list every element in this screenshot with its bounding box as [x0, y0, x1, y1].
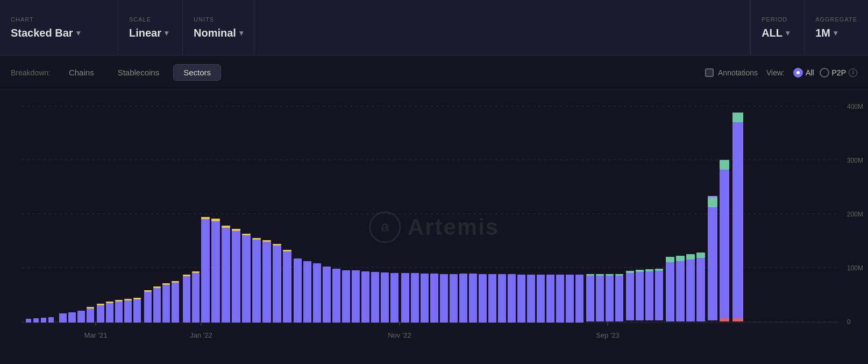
toolbar-spacer — [254, 0, 750, 55]
svg-rect-13 — [41, 318, 46, 323]
svg-rect-24 — [115, 302, 123, 323]
breakdown-sectors[interactable]: Sectors — [173, 64, 221, 81]
chart-value[interactable]: Stacked Bar ▾ — [11, 27, 107, 39]
svg-text:400M: 400M — [847, 103, 863, 110]
svg-rect-72 — [411, 273, 419, 323]
svg-rect-83 — [517, 275, 525, 323]
svg-rect-36 — [172, 283, 179, 323]
svg-rect-79 — [479, 274, 487, 323]
svg-rect-60 — [294, 258, 302, 323]
svg-rect-87 — [556, 275, 564, 323]
view-all-option[interactable]: All — [793, 68, 814, 78]
svg-rect-31 — [144, 290, 152, 292]
svg-rect-71 — [401, 273, 409, 323]
period-chevron: ▾ — [786, 29, 789, 37]
svg-rect-76 — [450, 274, 458, 323]
svg-rect-50 — [242, 235, 251, 323]
svg-rect-46 — [222, 228, 230, 323]
svg-text:Nov '22: Nov '22 — [388, 331, 411, 339]
annotations-toggle[interactable]: Annotations — [705, 68, 758, 77]
svg-rect-69 — [381, 272, 389, 323]
svg-rect-18 — [87, 309, 94, 323]
svg-rect-61 — [303, 261, 311, 323]
period-value[interactable]: ALL ▾ — [762, 27, 793, 39]
view-label: View: — [766, 68, 785, 77]
view-p2p-option[interactable]: P2P i — [820, 68, 857, 78]
period-selector[interactable]: PERIOD ALL ▾ — [750, 0, 804, 55]
breakdown-right: Annotations View: All P2P i — [705, 68, 857, 78]
svg-rect-25 — [115, 300, 123, 302]
svg-rect-58 — [283, 251, 291, 323]
svg-rect-106 — [666, 262, 674, 321]
aggregate-value[interactable]: 1M ▾ — [815, 27, 857, 39]
scale-value[interactable]: Linear ▾ — [129, 27, 172, 39]
svg-rect-56 — [273, 246, 281, 323]
svg-rect-38 — [183, 276, 190, 323]
scale-label: SCALE — [129, 16, 172, 23]
svg-rect-19 — [87, 307, 94, 309]
svg-text:0: 0 — [847, 318, 851, 326]
svg-rect-114 — [708, 207, 717, 320]
svg-rect-16 — [68, 312, 76, 323]
svg-rect-121 — [732, 113, 743, 122]
svg-rect-57 — [273, 244, 281, 246]
svg-text:300M: 300M — [847, 157, 863, 164]
breakdown-chains[interactable]: Chains — [59, 65, 104, 80]
svg-rect-88 — [566, 275, 574, 323]
aggregate-selector[interactable]: AGGREGATE 1M ▾ — [804, 0, 868, 55]
svg-rect-64 — [332, 269, 340, 323]
view-all-radio[interactable] — [793, 68, 803, 78]
view-all-label: All — [806, 68, 814, 77]
svg-text:100M: 100M — [847, 264, 863, 272]
svg-rect-113 — [696, 253, 705, 258]
view-p2p-radio[interactable] — [820, 68, 829, 78]
svg-rect-108 — [676, 261, 685, 321]
svg-rect-52 — [252, 240, 261, 323]
units-selector[interactable]: UNITS Nominal ▾ — [183, 0, 254, 55]
svg-rect-112 — [696, 258, 705, 321]
svg-rect-20 — [97, 305, 104, 323]
toolbar: CHART Stacked Bar ▾ SCALE Linear ▾ UNITS… — [0, 0, 868, 55]
svg-rect-96 — [615, 276, 623, 321]
svg-rect-28 — [133, 299, 141, 323]
breakdown-bar: Breakdown: Chains Stablecoins Sectors An… — [0, 55, 868, 90]
units-value[interactable]: Nominal ▾ — [194, 27, 243, 39]
svg-rect-17 — [77, 311, 85, 323]
svg-rect-21 — [97, 304, 104, 305]
svg-rect-32 — [153, 288, 161, 323]
svg-rect-109 — [676, 256, 685, 261]
svg-rect-67 — [361, 271, 369, 323]
svg-rect-30 — [144, 292, 152, 323]
annotations-icon — [705, 68, 714, 77]
svg-rect-104 — [655, 271, 663, 320]
svg-rect-115 — [708, 198, 717, 207]
view-p2p-label: P2P — [832, 68, 846, 77]
aggregate-chevron: ▾ — [834, 29, 837, 37]
svg-rect-111 — [686, 254, 695, 260]
svg-rect-35 — [162, 283, 170, 285]
svg-rect-82 — [508, 274, 516, 323]
svg-rect-34 — [162, 285, 170, 323]
svg-rect-99 — [626, 271, 634, 273]
svg-rect-49 — [232, 229, 240, 231]
svg-rect-105 — [655, 269, 663, 271]
svg-rect-89 — [575, 275, 584, 323]
svg-rect-84 — [527, 275, 535, 323]
svg-rect-29 — [133, 298, 141, 299]
breakdown-label: Breakdown: — [11, 68, 51, 77]
scale-selector[interactable]: SCALE Linear ▾ — [118, 0, 183, 55]
p2p-info-icon[interactable]: i — [849, 68, 857, 77]
svg-rect-26 — [124, 300, 132, 323]
svg-rect-122 — [732, 318, 743, 321]
chart-selector[interactable]: CHART Stacked Bar ▾ — [0, 0, 118, 55]
svg-rect-68 — [371, 272, 379, 323]
svg-rect-62 — [313, 263, 321, 323]
scale-chevron: ▾ — [165, 29, 168, 37]
svg-rect-48 — [232, 231, 240, 323]
svg-rect-92 — [596, 276, 604, 321]
svg-rect-43 — [201, 217, 210, 219]
units-chevron: ▾ — [239, 29, 243, 37]
svg-rect-78 — [469, 274, 477, 323]
annotations-label: Annotations — [718, 68, 758, 77]
breakdown-stablecoins[interactable]: Stablecoins — [108, 65, 169, 80]
